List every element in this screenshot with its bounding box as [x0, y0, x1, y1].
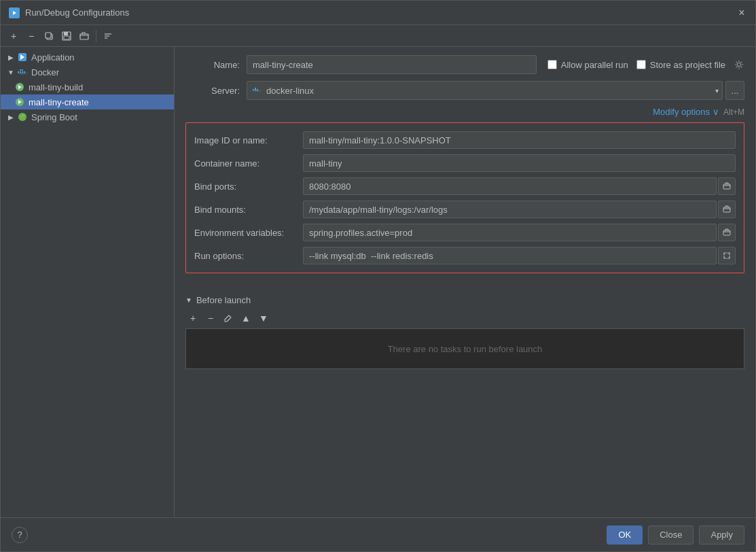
run-debug-dialog: Run/Debug Configurations × + − ▶ [0, 0, 756, 552]
bind-ports-label: Bind ports: [194, 182, 303, 192]
sidebar-item-mall-tiny-build[interactable]: mall-tiny-build [1, 80, 174, 94]
ok-button[interactable]: OK [607, 525, 643, 545]
remove-config-button[interactable]: − [24, 29, 39, 44]
move-into-button[interactable] [77, 29, 92, 44]
svg-rect-30 [723, 207, 730, 212]
svg-point-23 [18, 113, 26, 121]
env-vars-input[interactable] [303, 224, 717, 241]
sidebar-item-mall-tiny-create[interactable]: mall-tiny-create [1, 94, 174, 109]
before-launch-down-button[interactable]: ▼ [256, 311, 271, 326]
before-launch-edit-button[interactable] [221, 311, 236, 326]
config-toolbar: + − [1, 25, 755, 47]
svg-rect-17 [20, 69, 21, 71]
svg-rect-18 [22, 69, 23, 71]
svg-rect-13 [18, 71, 19, 73]
parallel-run-checkbox[interactable] [547, 60, 557, 69]
before-launch-empty: There are no tasks to run before launch [185, 328, 744, 369]
help-button[interactable]: ? [12, 527, 28, 543]
close-dialog-button[interactable]: Close [648, 525, 694, 545]
dialog-icon [9, 7, 20, 18]
copy-config-button[interactable] [41, 29, 56, 44]
before-launch-label: Before launch [196, 295, 251, 305]
bind-mounts-input[interactable] [303, 201, 717, 218]
bind-mounts-row: Bind mounts: [194, 201, 736, 218]
sort-button[interactable] [101, 29, 115, 44]
server-more-button[interactable]: ... [725, 81, 744, 100]
env-vars-browse-button[interactable] [718, 224, 736, 241]
gear-icon[interactable] [734, 59, 744, 70]
parallel-run-checkbox-wrap[interactable]: Allow parallel run [547, 60, 628, 70]
tree-arrow-spring: ▶ [6, 112, 16, 122]
sidebar-item-mall-tiny-build-label: mall-tiny-build [29, 82, 83, 92]
tree-arrow-docker: ▼ [6, 67, 16, 77]
run-options-label: Run options: [194, 251, 303, 261]
before-launch-add-button[interactable]: + [185, 311, 200, 326]
svg-rect-15 [22, 71, 23, 73]
name-label: Name: [185, 60, 240, 70]
server-select-wrap: docker-linux ▾ [247, 81, 723, 100]
store-as-project-checkbox-wrap[interactable]: Store as project file [636, 60, 725, 70]
svg-rect-14 [20, 71, 21, 73]
sidebar-item-docker[interactable]: ▼ Docker [1, 65, 174, 80]
right-panel: Name: Allow parallel run Store as projec… [175, 47, 755, 517]
bind-ports-row: Bind ports: [194, 177, 736, 195]
options-box: Image ID or name: Container name: Bind p… [185, 122, 744, 273]
add-config-button[interactable]: + [6, 29, 21, 44]
before-launch-toolbar: + − ▲ ▼ [185, 311, 744, 326]
bind-mounts-label: Bind mounts: [194, 205, 303, 215]
image-id-row: Image ID or name: [194, 131, 736, 149]
sidebar-item-docker-label: Docker [31, 67, 59, 77]
modify-options-button[interactable]: Modify options ∨ [653, 107, 719, 117]
sidebar-item-application[interactable]: ▶ Application [1, 50, 174, 65]
before-launch-remove-button[interactable]: − [203, 311, 218, 326]
sidebar-item-spring-boot-label: Spring Boot [31, 112, 77, 122]
svg-rect-31 [723, 230, 730, 235]
server-select[interactable]: docker-linux [247, 81, 723, 100]
svg-point-24 [738, 63, 741, 67]
name-input[interactable] [247, 55, 537, 74]
sidebar-item-application-label: Application [31, 52, 75, 63]
modify-options-shortcut: Alt+M [723, 107, 744, 117]
tree-arrow-application: ▶ [6, 52, 16, 62]
run-config-icon-build [14, 82, 25, 92]
run-config-icon-create [14, 97, 25, 107]
run-options-row: Run options: [194, 247, 736, 264]
container-name-label: Container name: [194, 158, 303, 169]
modify-options-row: Modify options ∨ Alt+M [185, 107, 744, 117]
svg-rect-29 [723, 184, 730, 189]
svg-rect-6 [64, 36, 69, 39]
container-name-input[interactable] [303, 154, 736, 172]
bind-ports-input[interactable] [303, 177, 717, 195]
svg-rect-16 [24, 71, 25, 73]
image-id-input[interactable] [303, 131, 736, 149]
before-launch-up-button[interactable]: ▲ [238, 311, 253, 326]
store-as-project-checkbox[interactable] [636, 60, 646, 69]
svg-rect-3 [46, 33, 51, 38]
store-as-project-label: Store as project file [650, 60, 725, 70]
title-bar: Run/Debug Configurations × [1, 1, 755, 25]
sidebar-item-spring-boot[interactable]: ▶ Spring Boot [1, 109, 174, 124]
parallel-run-label: Allow parallel run [561, 60, 628, 70]
container-name-row: Container name: [194, 154, 736, 172]
application-icon [17, 52, 28, 63]
bind-ports-browse-button[interactable] [718, 177, 736, 195]
name-row: Name: Allow parallel run Store as projec… [185, 55, 744, 74]
save-config-button[interactable] [59, 29, 74, 44]
apply-button[interactable]: Apply [699, 525, 744, 545]
sidebar: ▶ Application ▼ Docker mall-tiny-build [1, 47, 175, 517]
close-button[interactable]: × [736, 7, 747, 18]
bottom-right-buttons: OK Close Apply [607, 525, 744, 545]
bottom-bar: ? OK Close Apply [1, 517, 755, 551]
env-vars-label: Environment variables: [194, 228, 303, 238]
server-row: Server: docker-linux ▾ ... [185, 81, 744, 100]
main-content: ▶ Application ▼ Docker mall-tiny-build [1, 47, 755, 517]
before-launch-section: ▼ Before launch + − ▲ ▼ There are no tas… [185, 295, 744, 369]
run-options-expand-button[interactable] [718, 247, 736, 264]
server-label: Server: [185, 86, 240, 96]
dialog-title: Run/Debug Configurations [25, 7, 736, 18]
toolbar-separator [96, 30, 96, 42]
env-vars-row: Environment variables: [194, 224, 736, 241]
run-options-input[interactable] [303, 247, 717, 264]
bind-mounts-browse-button[interactable] [718, 201, 736, 218]
modify-options-label: Modify options [653, 107, 710, 117]
